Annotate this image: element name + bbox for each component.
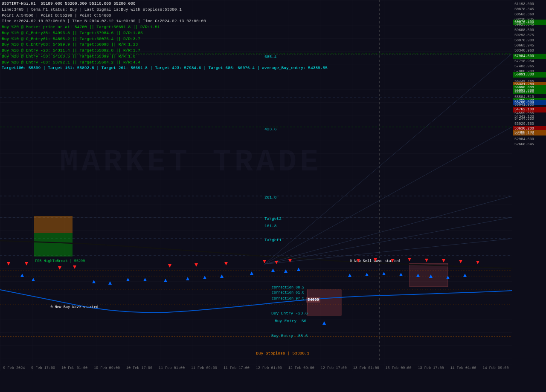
price-label: 58663.945 — [513, 43, 546, 49]
price-label: 54244.550 — [513, 116, 546, 122]
time-label: 9 Feb 17:00 — [31, 366, 55, 370]
time-label: 13 Feb 17:00 — [418, 366, 444, 370]
time-label: 9 Feb 2024 — [3, 366, 25, 370]
time-label: 11 Feb 01:00 — [159, 366, 185, 370]
time-label: 10 Feb 01:00 — [61, 366, 87, 370]
svg-rect-16 — [34, 216, 73, 233]
time-label: 12 Feb 01:00 — [256, 366, 282, 370]
svg-rect-18 — [307, 290, 341, 315]
price-label: 56891.000 — [513, 72, 546, 78]
price-label: 55819.495 — [513, 89, 546, 95]
time-label: 11 Feb 09:00 — [191, 366, 217, 370]
price-label: 59923.845 — [513, 22, 546, 28]
time-label: 10 Feb 09:00 — [94, 366, 120, 370]
price-label: 52668.645 — [513, 142, 546, 147]
time-label: 13 Feb 01:00 — [353, 366, 379, 370]
chart-svg — [0, 0, 512, 371]
time-label: 12 Feb 09:00 — [288, 366, 314, 370]
price-label: 60878.345 — [513, 7, 546, 12]
svg-rect-19 — [410, 263, 448, 287]
time-label: 12 Feb 17:00 — [321, 366, 347, 370]
chart-container: MARKET TRADE USDTIRT-Nbi.H1 55189.000 55… — [0, 0, 546, 392]
time-label: 10 Feb 17:00 — [126, 366, 152, 370]
price-label: 57984.600 — [513, 54, 546, 59]
price-axis: 61193.00060878.34560563.36060238.9356007… — [513, 0, 546, 366]
time-label: 13 Feb 09:00 — [385, 366, 411, 370]
svg-rect-17 — [34, 233, 73, 257]
time-label: 14 Feb 09:00 — [482, 366, 508, 370]
price-label: 59293.875 — [513, 33, 546, 38]
time-label: 11 Feb 17:00 — [224, 366, 250, 370]
svg-rect-1 — [0, 0, 512, 371]
time-label: 14 Feb 01:00 — [450, 366, 476, 370]
volume-area — [0, 372, 512, 392]
price-label: 58348.960 — [513, 48, 546, 54]
time-axis: 9 Feb 20249 Feb 17:0010 Feb 01:0010 Feb … — [0, 364, 512, 372]
price-label: 57403.965 — [513, 64, 546, 69]
price-label: 52984.630 — [513, 137, 546, 142]
